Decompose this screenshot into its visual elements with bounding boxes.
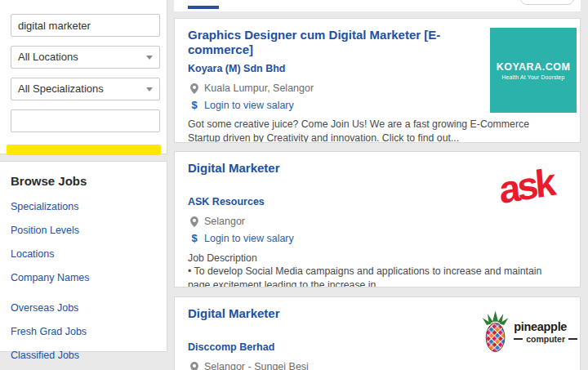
job-search-page: All Locations All Specializations Browse… [0,0,588,370]
job-card[interactable]: Digital Marketer Disccomp Berhad Selango… [174,296,581,370]
sidebar-item-company-names[interactable]: Company Names [11,272,90,283]
salary-dollar-icon: $ [188,99,201,111]
login-to-view-salary-link[interactable]: Login to view salary [204,233,294,244]
pineapple-company-logo: pineapple computer [481,305,577,358]
specializations-select[interactable]: All Specializations [11,78,160,100]
job-description-snippet: • To develop Social Media campaigns and … [188,265,567,288]
job-card[interactable]: Graphics Designer cum Digital Marketer [… [174,18,581,143]
pineapple-logo-tagline: computer [514,334,577,344]
location-pin-icon [188,216,201,227]
job-title-link[interactable]: Graphics Designer cum Digital Marketer [… [188,28,498,57]
specializations-select-value: All Specializations [18,82,104,95]
job-description-heading: Job Description [188,252,567,265]
company-link[interactable]: ASK Resources [188,196,265,207]
job-location-row: Selangor [188,216,567,227]
locations-select[interactable]: All Locations [11,46,160,69]
results-tabbar [174,0,581,11]
job-title-link[interactable]: Digital Marketer [188,161,498,176]
job-card[interactable]: Digital Marketer ASK Resources Selangor … [174,151,581,288]
sidebar-item-specializations[interactable]: Specializations [11,201,78,212]
koyara-logo-text: KOYARA.COM [497,61,571,73]
locations-select-value: All Locations [18,51,78,63]
company-link[interactable]: Koyara (M) Sdn Bhd [188,63,285,74]
sidebar-item-position-levels[interactable]: Position Levels [11,225,79,236]
browse-jobs-panel: Browse Jobs Specializations Position Lev… [0,161,167,352]
cutoff-pill-button[interactable] [520,0,574,5]
extra-filter-input[interactable] [11,109,160,132]
sidebar-item-locations[interactable]: Locations [11,248,55,260]
job-location-row: Selangor - Sungei Besi [188,361,567,370]
koyara-logo-tagline: Health At Your Doorstep [501,74,564,80]
browse-links-secondary: Overseas Jobs Fresh Grad Jobs Classified… [11,300,156,362]
location-pin-icon [188,83,201,94]
job-location: Selangor - Sungei Besi [204,361,309,370]
job-salary-row: $ Login to view salary [188,232,567,244]
job-title-link[interactable]: Digital Marketer [188,306,498,321]
ask-company-logo: ask [488,157,565,214]
tagline-rule-right [568,338,577,340]
job-results-column: Graphics Designer cum Digital Marketer [… [174,0,581,370]
job-location: Selangor [204,216,245,227]
sidebar-item-fresh-grad-jobs[interactable]: Fresh Grad Jobs [11,326,87,337]
job-description-snippet: Got some creative juice? Come Join Us! W… [188,118,557,143]
browse-links-primary: Specializations Position Levels Location… [11,198,156,284]
koyara-company-logo: KOYARA.COM Health At Your Doorstep [490,28,577,113]
salary-dollar-icon: $ [188,232,201,244]
company-link[interactable]: Disccomp Berhad [188,341,274,353]
location-pin-icon [188,362,201,370]
login-to-view-salary-link[interactable]: Login to view salary [204,100,294,111]
pineapple-logo-text: pineapple computer [514,320,577,344]
search-filter-panel: All Locations All Specializations [0,0,167,154]
sidebar-item-overseas-jobs[interactable]: Overseas Jobs [11,302,78,314]
job-location: Kuala Lumpur, Selangor [204,82,314,94]
search-keyword-input[interactable] [11,14,160,37]
ask-logo-text: ask [498,162,555,208]
active-tab-indicator [188,6,219,9]
pineapple-icon [481,308,510,355]
chevron-down-icon [146,56,153,60]
chevron-down-icon [146,87,153,91]
search-button[interactable] [7,145,161,155]
tagline-rule-left [514,338,523,340]
browse-jobs-heading: Browse Jobs [11,174,156,188]
sidebar-item-classified-jobs[interactable]: Classified Jobs [11,350,79,361]
pineapple-logo-name: pineapple [514,320,577,333]
